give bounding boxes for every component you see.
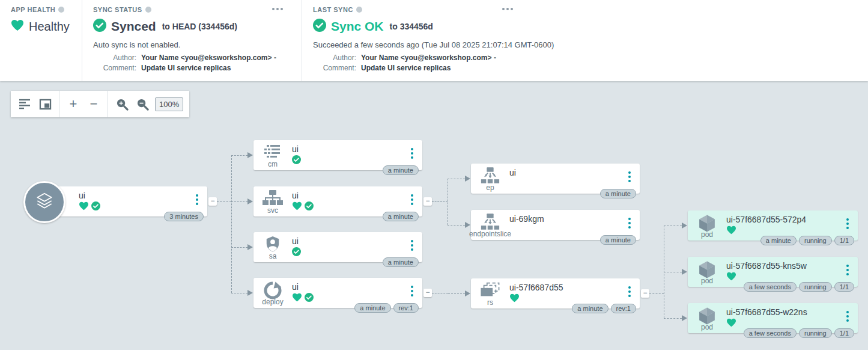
layout-list-icon[interactable] [14, 94, 35, 114]
resource-kind-label: endpointslice [469, 230, 511, 238]
last-sync-meta: Author: Your Name <you@eksworkshop.com> … [313, 54, 868, 72]
heart-icon [79, 201, 89, 213]
zoom-out-button[interactable]: − [83, 94, 104, 114]
status-badge: a few seconds [744, 282, 797, 292]
node-menu-icon[interactable] [627, 216, 632, 230]
status-badge: a minute [600, 189, 636, 198]
node-menu-icon[interactable] [845, 263, 850, 277]
edge-line [231, 247, 247, 248]
resource-name: ui-57f6687d55-w22ns [726, 307, 807, 317]
node-menu-icon[interactable] [627, 285, 632, 298]
last-sync-row[interactable]: Sync OK to 334456d [313, 19, 868, 34]
resource-kind-label: sa [269, 252, 277, 260]
heart-icon [11, 19, 24, 34]
resource-status-icons [292, 201, 314, 213]
sync-ok-check-icon [313, 19, 326, 34]
node-badges: a few secondsrunning1/1 [744, 282, 854, 292]
status-badge: rev:1 [611, 304, 636, 313]
collapse-button[interactable]: − [641, 289, 649, 298]
resource-name: ui [292, 236, 299, 246]
edge-line [664, 272, 682, 272]
resource-kind-label: pod [701, 230, 713, 239]
edge-arrow-icon [465, 222, 470, 228]
edge-line [217, 201, 231, 202]
resource-name: ui [292, 282, 299, 292]
edge-arrow-icon [682, 223, 687, 229]
edge-line [432, 293, 448, 293]
edge-arrow-icon [247, 152, 253, 158]
node-menu-icon[interactable] [410, 193, 414, 206]
edge-line [231, 201, 247, 202]
last-sync-label-text: LAST SYNC [313, 6, 353, 13]
auto-sync-text: Auto sync is not enabled. [93, 40, 302, 49]
node-menu-icon[interactable] [845, 217, 850, 230]
app-health-text: Healthy [29, 20, 70, 34]
collapse-button[interactable]: − [423, 197, 432, 206]
last-sync-text: Sync OK [331, 19, 384, 34]
resource-tree-canvas[interactable]: + − 100% −−−−ui3 minutescmuia minutesvcu… [0, 81, 868, 350]
resource-kind-label: pod [701, 323, 713, 331]
resource-name: ui [292, 191, 299, 200]
node-badges: a minute [600, 235, 636, 245]
node-badges: a minuterev:1 [572, 304, 636, 313]
fit-to-view-icon[interactable] [35, 94, 55, 114]
status-badge: a minute [383, 165, 419, 175]
help-icon[interactable] [356, 7, 362, 13]
status-badge: running [799, 282, 832, 292]
status-badge: rev:1 [393, 303, 419, 313]
resource-name: ui-69kgm [509, 214, 544, 224]
node-menu-icon[interactable] [410, 284, 414, 298]
collapse-button[interactable]: − [423, 289, 432, 297]
node-badges: a minute [383, 165, 419, 175]
author-value: Your Name <you@eksworkshop.com> - [361, 54, 868, 62]
edge-arrow-icon [465, 290, 470, 296]
help-icon[interactable] [58, 7, 64, 13]
node-menu-icon[interactable] [845, 310, 850, 323]
app-health-label-text: APP HEALTH [11, 6, 55, 13]
resource-name: ui-57f6687d55 [509, 283, 563, 292]
edge-line [448, 179, 465, 179]
edge-line [649, 293, 664, 294]
node-menu-icon[interactable] [627, 170, 632, 183]
edge-arrow-icon [465, 176, 470, 182]
node-badges: a minute [383, 257, 419, 267]
node-menu-icon[interactable] [410, 239, 414, 252]
node-badges: a few secondsrunning1/1 [744, 328, 854, 338]
resource-kind-label: svc [267, 206, 278, 215]
edge-arrow-icon [247, 198, 253, 204]
resource-status-icons [726, 318, 736, 330]
status-badge: 1/1 [834, 236, 854, 245]
status-badge: running [799, 236, 832, 245]
edge-line [448, 225, 465, 226]
resource-name: ui-57f6687d55-572p4 [726, 215, 806, 224]
node-menu-icon[interactable] [195, 193, 199, 206]
node-menu-icon[interactable] [410, 147, 414, 160]
magnifier-minus-icon[interactable] [132, 94, 153, 114]
synced-check-icon [305, 293, 314, 304]
zoom-level-value[interactable]: 100% [155, 97, 183, 111]
node-badges: a minute [600, 189, 636, 198]
help-icon[interactable] [145, 7, 151, 13]
resource-kind-label: rs [487, 298, 493, 307]
resource-name: ui [79, 191, 85, 200]
resource-status-icons [292, 155, 301, 167]
magnifier-plus-icon[interactable] [112, 94, 132, 114]
last-sync-menu-icon[interactable] [500, 6, 515, 12]
app-health-label: APP HEALTH [11, 6, 82, 13]
edge-arrow-icon [682, 315, 687, 321]
application-layers-icon [34, 191, 55, 213]
resource-kind-label: deploy [262, 298, 283, 306]
resource-status-icons [79, 201, 100, 213]
sync-status-menu-icon[interactable] [270, 6, 285, 12]
last-sync-target: to 334456d [390, 22, 433, 31]
sync-status-row[interactable]: Synced to HEAD (334456d) [93, 19, 302, 34]
resource-name: ui [292, 144, 299, 154]
application-root-icon[interactable] [23, 181, 65, 223]
zoom-in-button[interactable]: + [63, 94, 83, 114]
collapse-button[interactable]: − [208, 197, 217, 206]
edge-arrow-icon [682, 269, 687, 275]
resource-status-icons [509, 293, 520, 305]
comment-label: Comment: [313, 64, 356, 72]
sync-status-meta: Author: Your Name <you@eksworkshop.com> … [93, 54, 302, 72]
last-sync-panel: LAST SYNC Sync OK to 334456d Succeeded a… [302, 0, 868, 81]
